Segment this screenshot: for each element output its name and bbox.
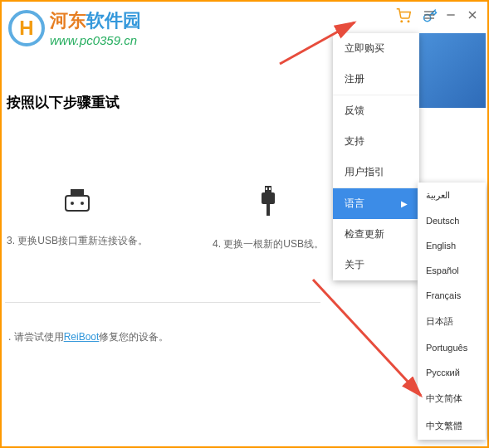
step-4-text: 4. 更换一根新的USB线。: [198, 237, 339, 251]
svg-point-1: [408, 21, 409, 22]
step-3-text: 3. 更换USB接口重新连接设备。: [7, 234, 148, 248]
svg-rect-14: [267, 204, 270, 216]
watermark: H 河东软件园 www.pc0359.cn: [8, 8, 141, 47]
svg-line-18: [280, 22, 355, 64]
lang-arabic[interactable]: العربية: [418, 183, 486, 208]
arrow-annotation-2: [309, 275, 433, 408]
lang-zh-traditional[interactable]: 中文繁體: [418, 412, 486, 440]
arrow-annotation-1: [276, 18, 367, 68]
svg-rect-13: [262, 192, 275, 204]
svg-point-10: [71, 202, 74, 205]
main-menu: 立即购买 注册 反馈 支持 用户指引 语言▶ 检查更新 关于: [333, 33, 419, 280]
desktop-background: [419, 33, 486, 108]
lang-deutsch[interactable]: Deutsch: [418, 208, 486, 233]
menu-support[interactable]: 支持: [333, 126, 419, 157]
menu-language[interactable]: 语言▶: [333, 187, 419, 219]
svg-rect-9: [71, 189, 84, 196]
svg-point-11: [81, 202, 84, 205]
svg-rect-15: [266, 187, 267, 190]
watermark-title2: 软件园: [86, 10, 141, 31]
minimize-icon[interactable]: [444, 8, 457, 25]
hint-text: . 请尝试使用ReiBoot修复您的设备。: [8, 330, 169, 344]
menu-update[interactable]: 检查更新: [333, 219, 419, 250]
svg-rect-8: [66, 196, 89, 211]
menu-register[interactable]: 注册: [333, 64, 419, 95]
watermark-title1: 河东: [50, 10, 86, 31]
lang-english[interactable]: English: [418, 233, 486, 258]
hint-suffix: 修复您的设备。: [99, 331, 169, 343]
divider: [5, 302, 320, 303]
usb-cable-icon: [198, 184, 339, 217]
reiboot-link[interactable]: ReiBoot: [64, 331, 100, 343]
watermark-url: www.pc0359.cn: [50, 33, 141, 47]
usb-port-icon: [7, 184, 148, 214]
svg-rect-16: [269, 187, 271, 190]
svg-line-20: [313, 280, 421, 396]
svg-point-0: [401, 21, 403, 22]
menu-feedback[interactable]: 反馈: [333, 95, 419, 126]
menu-language-label: 语言: [345, 197, 364, 211]
cart-icon[interactable]: [396, 8, 411, 27]
close-icon[interactable]: [466, 8, 479, 25]
hamburger-menu-icon[interactable]: [423, 8, 436, 25]
logo-icon: H: [8, 10, 45, 46]
menu-guide[interactable]: 用户指引: [333, 157, 419, 187]
instruction-title: 按照以下步骤重试: [7, 93, 120, 112]
hint-prefix: . 请尝试使用: [8, 331, 64, 343]
step-4: 4. 更换一根新的USB线。: [198, 184, 339, 251]
step-3: 3. 更换USB接口重新连接设备。: [7, 184, 148, 251]
chevron-right-icon: ▶: [401, 199, 408, 208]
